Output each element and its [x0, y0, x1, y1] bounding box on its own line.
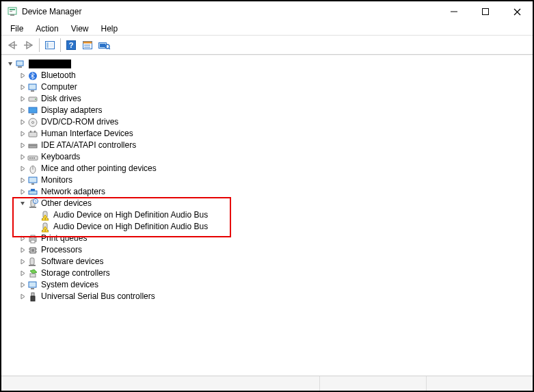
svg-rect-11: [46, 42, 49, 48]
expand-icon[interactable]: [18, 259, 27, 265]
svg-rect-45: [29, 177, 37, 183]
tree-category[interactable]: Print queues: [14, 233, 533, 244]
svg-rect-35: [30, 131, 31, 133]
toolbar-show-tree-button[interactable]: [42, 37, 58, 53]
menu-help[interactable]: Help: [95, 23, 124, 34]
svg-rect-68: [30, 258, 34, 265]
tree-category[interactable]: Bluetooth: [14, 70, 533, 81]
toolbar-separator: [60, 38, 61, 52]
svg-rect-1: [10, 9, 15, 10]
expand-icon[interactable]: [18, 84, 27, 90]
tree-root[interactable]: [1, 58, 533, 70]
menu-file[interactable]: File: [4, 23, 29, 34]
storage-icon: [27, 268, 38, 279]
tree-category-label: Computer: [40, 81, 77, 93]
menubar: File Action View Help: [1, 22, 533, 36]
maximize-button[interactable]: [470, 1, 501, 22]
tree-category[interactable]: Storage controllers: [14, 267, 533, 279]
display-icon: [27, 105, 38, 116]
tree-category[interactable]: Keyboards: [14, 151, 533, 163]
expand-icon[interactable]: [18, 293, 27, 300]
expand-icon[interactable]: [18, 73, 27, 79]
svg-rect-41: [31, 157, 33, 159]
svg-rect-5: [483, 9, 489, 15]
expand-icon[interactable]: [18, 119, 27, 125]
tree-category[interactable]: Monitors: [14, 174, 533, 186]
expand-icon[interactable]: [18, 235, 27, 241]
tree-category[interactable]: IDE ATA/ATAPI controllers: [14, 140, 533, 151]
app-icon: [7, 6, 18, 17]
device-tree[interactable]: BluetoothComputerDisk drivesDisplay adap…: [1, 55, 533, 376]
minimize-button[interactable]: [438, 1, 470, 22]
svg-rect-23: [16, 61, 23, 66]
svg-rect-46: [31, 183, 34, 185]
svg-rect-2: [10, 11, 12, 12]
tree-category[interactable]: Display adapters: [14, 105, 533, 116]
svg-rect-20: [100, 44, 105, 47]
tree-category-label: Mice and other pointing devices: [40, 163, 157, 174]
menu-action[interactable]: Action: [29, 23, 64, 34]
tree-category-label: Universal Serial Bus controllers: [40, 291, 155, 302]
svg-rect-42: [34, 157, 35, 159]
tree-device-label: Audio Device on High Definition Audio Bu…: [52, 209, 208, 221]
tree-category[interactable]: Mice and other pointing devices: [14, 163, 533, 174]
tree-device[interactable]: !Audio Device on High Definition Audio B…: [26, 209, 533, 221]
tree-device[interactable]: !Audio Device on High Definition Audio B…: [26, 221, 533, 233]
tree-category[interactable]: System devices: [14, 279, 533, 291]
svg-rect-48: [31, 189, 35, 191]
expand-icon[interactable]: [18, 177, 27, 183]
svg-rect-24: [18, 66, 22, 68]
tree-category[interactable]: DVD/CD-ROM drives: [14, 116, 533, 128]
tree-category[interactable]: Network adapters: [14, 186, 533, 198]
warn-icon: !: [40, 210, 51, 221]
statusbar-cell: [1, 376, 319, 391]
expand-icon[interactable]: [18, 166, 27, 172]
tree-category-label: Other devices: [40, 198, 92, 209]
toolbar-properties-button[interactable]: [79, 37, 96, 53]
svg-rect-61: [31, 240, 35, 243]
close-button[interactable]: [501, 1, 533, 22]
expand-icon[interactable]: [18, 270, 27, 276]
collapse-icon[interactable]: [5, 61, 15, 67]
dvd-icon: [27, 117, 38, 128]
svg-rect-40: [29, 157, 31, 159]
network-icon: [27, 187, 38, 198]
tree-category[interactable]: ?Other devices: [14, 198, 533, 209]
computer-icon: [27, 82, 38, 93]
tree-category[interactable]: Disk drives: [14, 93, 533, 105]
tree-category-label: Processors: [40, 244, 82, 256]
expand-icon[interactable]: [18, 107, 27, 114]
tree-category-label: Print queues: [40, 233, 87, 244]
menu-view[interactable]: View: [65, 23, 95, 34]
tree-category-label: Network adapters: [40, 186, 105, 198]
svg-rect-74: [31, 296, 35, 301]
expand-icon[interactable]: [18, 189, 27, 195]
toolbar-forward-button[interactable]: [21, 37, 37, 53]
expand-icon[interactable]: [18, 96, 27, 102]
expand-icon[interactable]: [18, 282, 27, 288]
toolbar-scan-button[interactable]: [96, 37, 112, 53]
tree-category[interactable]: Software devices: [14, 256, 533, 267]
svg-point-29: [35, 99, 36, 100]
svg-rect-60: [31, 235, 35, 238]
tree-category[interactable]: Human Interface Devices: [14, 128, 533, 140]
tree-category[interactable]: Universal Serial Bus controllers: [14, 291, 533, 302]
expand-icon[interactable]: [18, 131, 27, 137]
tree-category-label: IDE ATA/ATAPI controllers: [40, 140, 136, 151]
svg-rect-12: [49, 42, 53, 48]
tree-category[interactable]: Processors: [14, 244, 533, 256]
toolbar-help-button[interactable]: ?: [63, 37, 79, 53]
expand-icon[interactable]: [18, 142, 27, 148]
statusbar-cell: [426, 376, 533, 391]
expand-icon[interactable]: [18, 154, 27, 160]
collapse-icon[interactable]: [18, 200, 27, 207]
software-icon: [27, 257, 38, 267]
expand-icon[interactable]: [18, 247, 27, 253]
svg-rect-26: [29, 84, 36, 90]
toolbar-back-button[interactable]: [4, 37, 21, 53]
tree-category[interactable]: Computer: [14, 81, 533, 93]
tree-category-label: Disk drives: [40, 93, 81, 105]
cpu-icon: [27, 245, 38, 256]
svg-rect-31: [31, 114, 34, 115]
svg-rect-50: [29, 207, 36, 208]
